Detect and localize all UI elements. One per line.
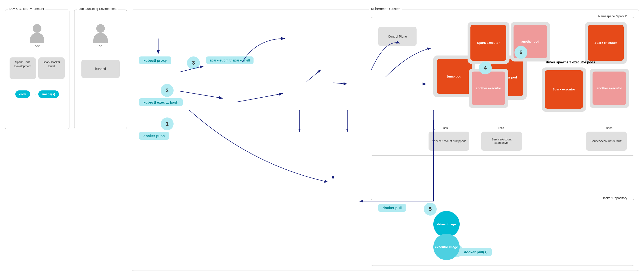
spark-executor3: Spark executor	[588, 25, 624, 61]
op-person: op	[93, 24, 108, 48]
spark-executor2-container: Spark executor	[542, 67, 586, 112]
namespace-title: Namespace "spark1"	[596, 14, 629, 18]
docker-push-label: docker push	[139, 132, 169, 140]
spark-docker-box: Spark Docker Build	[38, 57, 65, 79]
another-executor2: another executor	[592, 71, 626, 105]
spark-executor1-container: Spark executor	[468, 22, 510, 64]
jump-pod: jump pod	[437, 59, 472, 94]
step5-bubble: 5	[424, 203, 437, 216]
step4-bubble: 4	[479, 61, 492, 74]
spark-code-box: Spark Code Development	[10, 57, 36, 79]
namespace-box: Namespace "spark1" Control Plane jump po…	[371, 17, 634, 156]
sa-jumppod: ServiceAccount "jumppod"	[428, 132, 469, 151]
dev-label: dev	[35, 44, 40, 48]
driver-image-bubble: driver image	[433, 211, 460, 237]
uses2-label: uses	[498, 126, 504, 130]
step3-bubble: 3	[187, 56, 200, 69]
svg-line-6	[307, 70, 321, 82]
kubectl-exec-label: kubectl exec ... bash	[139, 98, 183, 106]
docker-pull-label: docker pull	[378, 204, 406, 212]
dev-build-env: Dev & Build Environment dev Spark Code D…	[5, 9, 70, 129]
spark-executor1: Spark executor	[470, 25, 506, 61]
uses1-label: uses	[442, 126, 448, 130]
sa-default: ServiceAccount "default"	[586, 132, 627, 151]
person-head-op	[96, 24, 105, 33]
op-label: op	[99, 44, 102, 48]
svg-line-7	[333, 83, 348, 84]
k8s-title: Kubernetes Cluster	[369, 7, 402, 11]
step6-bubble: 6	[514, 46, 528, 59]
docker-pulls-label: docker pull(s)	[460, 248, 492, 256]
spark-submit-label: spark-submit/ spark-shell	[206, 56, 254, 64]
executor-image-bubble: executor image	[433, 234, 460, 260]
job-launching-env: Job-launching Environment op kubectl	[74, 9, 127, 129]
sa-sparkdriver: ServiceAccount "sparkdriver"	[481, 132, 522, 151]
driver-spawns-label: driver spawns 3 executor pods	[544, 60, 597, 64]
another-executor1-container: another executor	[469, 69, 508, 108]
another-executor1: another executor	[472, 71, 505, 105]
uses3-label: uses	[606, 126, 612, 130]
person-body-dev	[30, 33, 44, 43]
svg-line-5	[237, 94, 283, 102]
job-env-title: Job-launching Environment	[77, 7, 118, 10]
k8s-cluster: Kubernetes Cluster Namespace "spark1" Co…	[132, 9, 639, 271]
person-body-op	[93, 33, 108, 43]
step2-bubble: 2	[161, 84, 174, 97]
step1-bubble: 1	[161, 117, 174, 130]
docker-repo-box: Docker Repository docker pull 5 docker p…	[371, 199, 634, 266]
docker-repo-title: Docker Repository	[600, 196, 629, 200]
another-executor2-container: another executor	[590, 69, 629, 108]
image-bubble: image(s)	[38, 90, 59, 98]
person-head-dev	[33, 24, 42, 33]
kubectl-proxy-label: kubectl proxy	[139, 56, 171, 64]
spark-executor2: Spark executor	[545, 70, 583, 109]
control-plane: Control Plane	[378, 27, 416, 46]
code-bubble: code	[15, 90, 30, 98]
dev-env-title: Dev & Build Environment	[8, 7, 46, 10]
spark-executor3-container: Spark executor	[585, 22, 627, 64]
dev-person: dev	[30, 24, 44, 48]
svg-line-3	[180, 91, 223, 98]
kubectl-box: kubectl	[82, 60, 120, 78]
code-to-image-arrow: →	[32, 92, 36, 97]
